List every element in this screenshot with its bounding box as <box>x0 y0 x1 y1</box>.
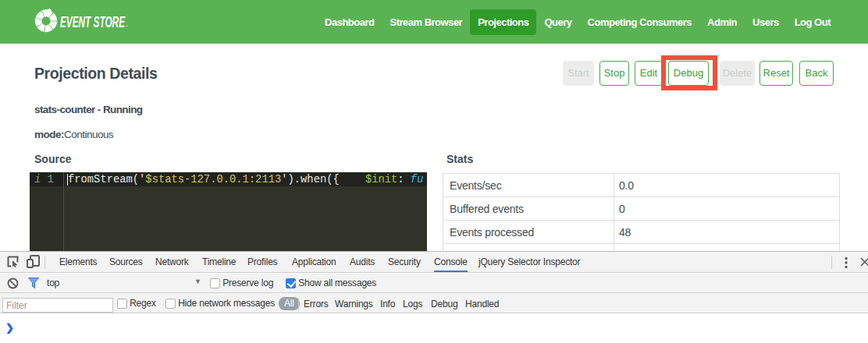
svg-text:EVENT STORE: EVENT STORE <box>60 13 125 30</box>
svg-text:.: . <box>126 22 128 27</box>
